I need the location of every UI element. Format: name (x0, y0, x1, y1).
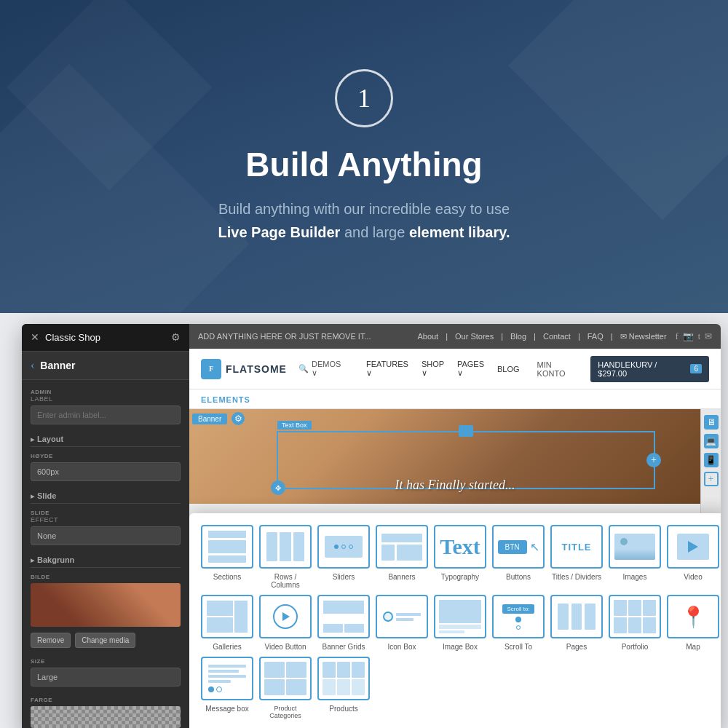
banner-settings-btn[interactable]: ⚙ (232, 412, 245, 425)
pages-icon-box (550, 595, 603, 638)
remove-image-button[interactable]: Remove (31, 633, 71, 648)
banner-label: Banner (192, 414, 227, 424)
close-button[interactable]: ✕ (31, 331, 39, 344)
element-titles[interactable]: TItLe Titles / Dividers (550, 525, 603, 589)
element-buttons[interactable]: BTN ↖ Buttons (492, 525, 545, 589)
pages-icon (552, 596, 601, 637)
galleries-icon-box (201, 595, 253, 638)
nav-faq[interactable]: FAQ (587, 332, 604, 341)
height-group: HØYDE (31, 453, 181, 481)
right-bar-device2[interactable]: 💻 (704, 434, 719, 448)
text-box-label: Text Box (277, 421, 312, 430)
banner-grids-label: Banner Grids (323, 643, 365, 651)
nav-pages[interactable]: PAGES ∨ (451, 357, 490, 381)
galleries-icon (202, 596, 252, 637)
top-bar-add-text: ADD ANYTHING HERE OR JUST REMOVE IT... (198, 332, 408, 341)
background-divider: Bakgrunn (31, 555, 181, 568)
map-label: Map (686, 643, 700, 651)
subtitle-bold1: Live Page Builder (218, 224, 341, 240)
facebook-icon[interactable]: f (676, 331, 678, 342)
nav-demos-text: DEMOS ∨ (312, 360, 349, 378)
nav-our-stores[interactable]: Our Stores (455, 332, 494, 341)
nav-separator5: | (611, 332, 613, 341)
subtitle-line2: Live Page Builder and large element liba… (218, 221, 510, 244)
color-group: FARGE (31, 697, 181, 728)
text-box-handle[interactable] (459, 425, 473, 437)
sections-icon (202, 525, 252, 569)
envelope-icon[interactable]: ✉ (705, 331, 712, 342)
product-categories-label: Product Categories (259, 705, 312, 719)
message-box-icon-box (201, 657, 253, 700)
element-library: Sections Rows (189, 513, 721, 728)
image-box-label: Image Box (443, 643, 478, 651)
nav-newsletter[interactable]: ✉ Newsletter (620, 332, 667, 341)
search-icon: 🔍 (298, 364, 309, 373)
nav-features[interactable]: FEATURES ∨ (360, 357, 414, 381)
admin-label-input[interactable] (31, 405, 181, 424)
rows-columns-label: Rows / Columns (259, 573, 312, 589)
image-buttons: Remove Change media (31, 633, 181, 648)
right-bar-device3[interactable]: 📱 (704, 453, 719, 467)
sidebar-back[interactable]: ‹ Banner (22, 352, 189, 380)
element-product-categories[interactable]: Product Categories (259, 657, 312, 719)
banner-area: Banner ⚙ Text Box + ✥ It has Finally sta… (189, 409, 721, 504)
instagram-icon[interactable]: 📷 (683, 331, 694, 342)
nav-blog-link[interactable]: BLOG (491, 357, 526, 381)
height-input[interactable] (31, 462, 181, 481)
element-sliders[interactable]: Sliders (317, 525, 370, 589)
titles-label: Titles / Dividers (552, 573, 601, 581)
element-images[interactable]: Images (609, 525, 661, 589)
element-portfolio[interactable]: Portfolio (609, 595, 661, 651)
subtitle-bold2: element libary. (409, 224, 510, 240)
right-bar-device1[interactable]: 🖥 (704, 415, 719, 430)
hero-section: 1 Build Anything Build anything with our… (0, 0, 728, 313)
element-message-box[interactable]: Message box (201, 657, 253, 719)
cart-text: HANDLEKURV / $297.00 (598, 360, 687, 378)
buttons-icon-box: BTN ↖ (492, 525, 545, 569)
video-button-label: Video Button (264, 643, 306, 651)
nav-blog[interactable]: Blog (510, 332, 526, 341)
element-video[interactable]: Video (667, 525, 719, 589)
sliders-label: Sliders (333, 573, 355, 581)
element-pages[interactable]: Pages (550, 595, 603, 651)
element-icon-box[interactable]: Icon Box (376, 595, 428, 651)
element-galleries[interactable]: Galleries (201, 595, 253, 651)
element-image-box[interactable]: Image Box (434, 595, 486, 651)
element-rows-columns[interactable]: Rows / Columns (259, 525, 312, 589)
image-preview-inner (31, 583, 181, 627)
nav-search[interactable]: 🔍 DEMOS ∨ (298, 360, 349, 378)
nav-logo: F FLATSOME (201, 359, 287, 379)
text-box-move[interactable]: ✥ (271, 480, 285, 495)
cart-count: 6 (690, 364, 702, 373)
element-banners[interactable]: Banners (376, 525, 428, 589)
sidebar-section-title: Banner (40, 360, 75, 371)
twitter-icon[interactable]: t (698, 331, 700, 342)
right-bar-add[interactable]: + (704, 472, 719, 486)
product-categories-icon (261, 658, 310, 699)
element-banner-grids[interactable]: Banner Grids (317, 595, 370, 651)
portfolio-icon (610, 596, 660, 637)
text-box-plus[interactable]: + (646, 453, 661, 467)
shop-name: Classic Shop (45, 332, 100, 343)
slide-effect-select[interactable]: None Fade Slide (31, 526, 181, 545)
element-scroll-to[interactable]: Scroll to: Scroll To (492, 595, 545, 651)
element-video-button[interactable]: Video Button (259, 595, 312, 651)
color-preview (31, 706, 181, 728)
element-map[interactable]: 📍 Map (667, 595, 719, 651)
change-media-button[interactable]: Change media (75, 633, 135, 648)
nav-contact[interactable]: Contact (543, 332, 571, 341)
nav-account[interactable]: MIN KONTO (537, 360, 582, 378)
element-products[interactable]: Products (317, 657, 370, 719)
size-select[interactable]: Large Medium Small (31, 668, 181, 687)
nav-cart[interactable]: HANDLEKURV / $297.00 6 (590, 356, 709, 382)
rows-columns-icon (261, 526, 310, 567)
element-typography[interactable]: Text Typography (434, 525, 486, 589)
nav-shop[interactable]: SHOP ∨ (416, 357, 450, 381)
nav-separator1: | (446, 332, 448, 341)
banners-label: Banners (388, 573, 415, 581)
element-sections[interactable]: Sections (201, 525, 253, 589)
titles-icon-box: TItLe (550, 525, 603, 569)
settings-icon[interactable]: ⚙ (171, 331, 181, 344)
slide-effect-group: SLIDE EFFECT None Fade Slide (31, 510, 181, 545)
nav-about[interactable]: About (417, 332, 438, 341)
